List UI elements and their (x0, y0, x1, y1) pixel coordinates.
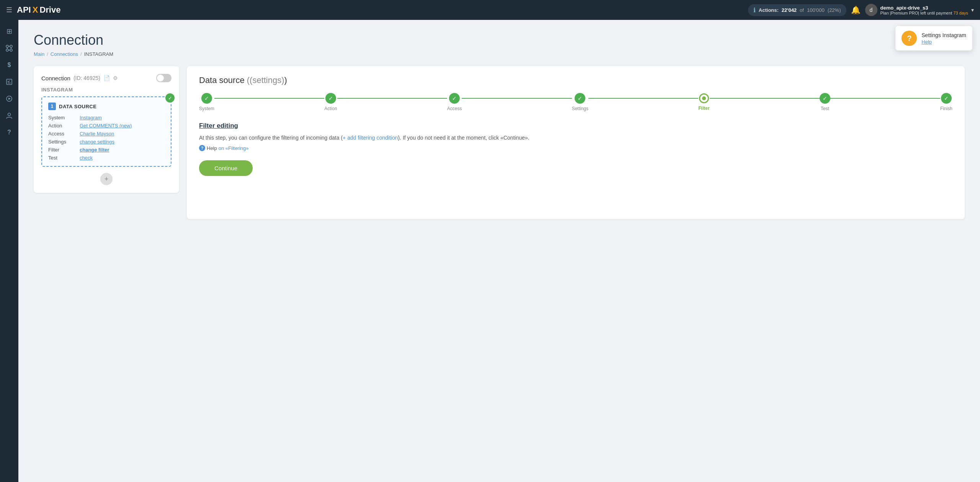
filter-desc: At this step, you can configure the filt… (199, 134, 952, 142)
step-circle-settings: ✓ (575, 93, 585, 104)
bell-icon[interactable]: 🔔 (851, 5, 861, 15)
sidebar: ⊞ $ (0, 20, 18, 482)
step-circle-test: ✓ (820, 93, 830, 104)
filter-help: ? Help on «Filtering» (199, 145, 952, 151)
sidebar-item-help[interactable]: ? (2, 125, 16, 139)
sidebar-item-billing[interactable]: $ (2, 58, 16, 72)
row-value-system[interactable]: Instagram (80, 115, 102, 120)
media-icon (5, 95, 13, 103)
sidebar-item-tasks[interactable] (2, 75, 16, 89)
step-circle-finish: ✓ (941, 93, 952, 104)
breadcrumb-sep1: / (47, 51, 48, 57)
svg-marker-11 (8, 98, 11, 100)
row-label-settings: Settings (48, 139, 75, 145)
add-filtering-condition-link[interactable]: + add filtering condition (343, 135, 398, 141)
gear-icon[interactable]: ⚙ (113, 75, 118, 81)
table-row: Access Charlie Mayson (48, 131, 165, 137)
breadcrumb-sep2: / (80, 51, 82, 57)
svg-point-12 (8, 113, 11, 116)
step-circle-action: ✓ (325, 93, 336, 104)
card-header: Connection (ID: 46925) 📄 ⚙ (41, 74, 172, 82)
svg-point-0 (6, 45, 8, 47)
datasource-check-badge: ✓ (165, 93, 175, 103)
page-title: Connection (34, 32, 965, 48)
logo-api: API (17, 5, 31, 15)
breadcrumb-connections[interactable]: Connections (51, 51, 78, 57)
step-label-filter: Filter (698, 106, 709, 111)
step-label-system: System (199, 106, 214, 111)
step-label-test: Test (821, 106, 829, 111)
step-action: ✓ Action (324, 93, 337, 111)
datasource-title: DATA SOURCE (59, 104, 96, 109)
card-title: Connection (ID: 46925) 📄 ⚙ (41, 75, 118, 81)
datasource-num: 1 (48, 103, 56, 110)
step-finish: ✓ Finish (940, 93, 952, 111)
step-circle-system: ✓ (201, 93, 212, 104)
connections-icon (5, 44, 13, 52)
row-value-access[interactable]: Charlie Mayson (80, 131, 114, 137)
sidebar-item-dashboard[interactable]: ⊞ (2, 24, 16, 38)
step-settings: ✓ Settings (572, 93, 588, 111)
step-test: ✓ Test (820, 93, 830, 111)
datasource-rows: System Instagram Action Get COMMENTS (ne… (48, 115, 165, 161)
connector-2 (337, 98, 447, 99)
table-row: System Instagram (48, 115, 165, 120)
help-tooltip-title: Settings Instagram (921, 32, 966, 38)
filter-editing-title: Filter editing (199, 122, 952, 130)
continue-button[interactable]: Continue (199, 160, 253, 176)
table-row: Test check (48, 155, 165, 161)
breadcrumb-main[interactable]: Main (34, 51, 44, 57)
actions-limit: 100'000 (807, 7, 825, 13)
connector-1 (214, 98, 324, 99)
row-label-access: Access (48, 131, 75, 137)
help-tooltip: ? Settings Instagram Help (895, 26, 972, 50)
document-icon[interactable]: 📄 (103, 75, 110, 81)
step-circle-access: ✓ (449, 93, 460, 104)
logo-drive: Drive (39, 5, 60, 15)
add-datasource-button[interactable]: + (100, 173, 113, 185)
left-card: Connection (ID: 46925) 📄 ⚙ INSTAGRAM ✓ 1… (34, 66, 179, 193)
step-circle-filter (699, 93, 709, 103)
svg-point-1 (10, 45, 12, 47)
table-row: Filter change filter (48, 147, 165, 153)
step-label-settings: Settings (572, 106, 588, 111)
topnav: ☰ APIXDrive ℹ Actions: 22'042 of 100'000… (0, 0, 980, 20)
breadcrumb-current: INSTAGRAM (84, 51, 113, 57)
step-access: ✓ Access (447, 93, 462, 111)
user-area[interactable]: d demo_apix-drive_s3 Plan |Premium PRO| … (865, 4, 974, 16)
breadcrumb: Main / Connections / INSTAGRAM (34, 51, 965, 57)
row-value-test[interactable]: check (80, 155, 93, 161)
logo: APIXDrive (17, 5, 60, 15)
actions-pct: (22%) (828, 7, 841, 13)
help-tooltip-content: Settings Instagram Help (921, 32, 966, 45)
row-value-action[interactable]: Get COMMENTS (new) (80, 123, 132, 129)
svg-point-3 (10, 49, 12, 51)
row-value-settings[interactable]: change settings (80, 139, 114, 145)
sidebar-item-media[interactable] (2, 92, 16, 106)
connector-6 (830, 98, 940, 99)
account-icon (5, 112, 13, 119)
tasks-icon (5, 78, 13, 86)
help-tooltip-link[interactable]: Help (921, 39, 966, 45)
connection-toggle[interactable] (156, 74, 172, 82)
svg-point-2 (6, 49, 8, 51)
step-label-action: Action (324, 106, 337, 111)
row-value-filter[interactable]: change filter (80, 147, 109, 153)
table-row: Settings change settings (48, 139, 165, 145)
help-circle-icon[interactable]: ? (199, 145, 205, 151)
datasource-title-main: Data source (199, 75, 245, 85)
filtering-help-link[interactable]: on «Filtering» (219, 145, 249, 151)
content: Connection Main / Connections / INSTAGRA… (18, 20, 980, 482)
sidebar-item-connections[interactable] (2, 41, 16, 55)
actions-of: of (800, 7, 804, 13)
hamburger-icon[interactable]: ☰ (6, 6, 12, 14)
chevron-down-icon: ▾ (971, 7, 974, 13)
row-label-system: System (48, 115, 75, 120)
connection-title-text: Connection (41, 75, 70, 81)
datasource-box: ✓ 1 DATA SOURCE System Instagram Action … (41, 96, 172, 167)
datasource-subtitle: ((settings) (247, 75, 284, 85)
sidebar-item-account[interactable] (2, 109, 16, 122)
step-label-finish: Finish (940, 106, 952, 111)
actions-pill: ℹ Actions: 22'042 of 100'000 (22%) (748, 4, 846, 16)
connector-3 (462, 98, 572, 99)
